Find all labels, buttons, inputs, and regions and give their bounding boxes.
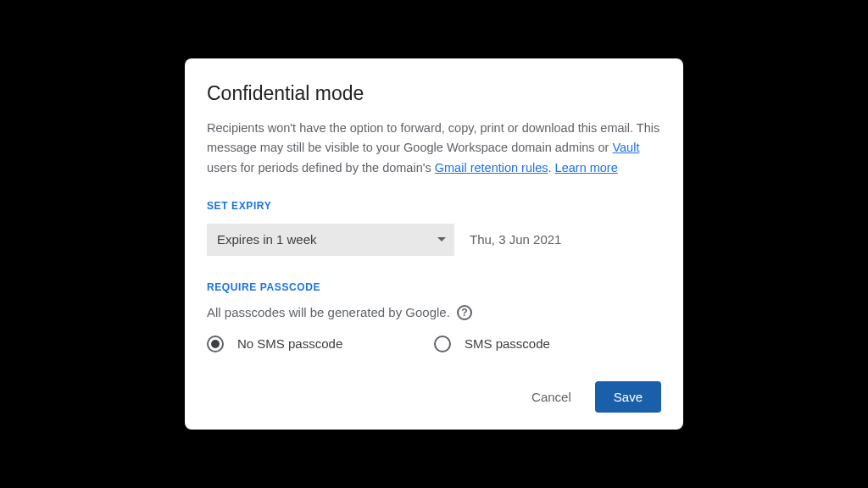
set-expiry-label: SET EXPIRY <box>207 200 661 212</box>
dialog-description: Recipients won't have the option to forw… <box>207 119 661 178</box>
radio-no-sms-passcode[interactable]: No SMS passcode <box>207 336 434 352</box>
expiry-row: Expires in 1 week Thu, 3 Jun 2021 <box>207 224 661 256</box>
vault-link[interactable]: Vault <box>612 141 639 154</box>
require-passcode-label: REQUIRE PASSCODE <box>207 281 661 293</box>
learn-more-link[interactable]: Learn more <box>555 161 618 175</box>
dialog-footer: Cancel Save <box>207 381 661 413</box>
confidential-mode-dialog: Confidential mode Recipients won't have … <box>185 58 683 430</box>
expiry-date-text: Thu, 3 Jun 2021 <box>470 232 561 247</box>
passcode-radio-group: No SMS passcode SMS passcode <box>207 336 661 352</box>
expiry-select-value: Expires in 1 week <box>217 232 317 247</box>
radio-sms-passcode[interactable]: SMS passcode <box>434 336 661 352</box>
description-text: Recipients won't have the option to forw… <box>207 121 659 154</box>
radio-unselected-icon <box>434 336 451 352</box>
radio-selected-icon <box>207 336 224 352</box>
passcode-note-row: All passcodes will be generated by Googl… <box>207 305 661 320</box>
expiry-select[interactable]: Expires in 1 week <box>207 224 454 256</box>
cancel-button[interactable]: Cancel <box>526 383 576 411</box>
dialog-title: Confidential mode <box>207 82 661 105</box>
description-text: users for periods defined by the domain'… <box>207 161 435 175</box>
retention-rules-link[interactable]: Gmail retention rules <box>435 161 548 175</box>
radio-label: SMS passcode <box>465 336 550 351</box>
description-text: . <box>548 161 555 175</box>
passcode-note-text: All passcodes will be generated by Googl… <box>207 305 450 319</box>
save-button[interactable]: Save <box>595 381 661 413</box>
radio-label: No SMS passcode <box>237 336 342 351</box>
caret-down-icon <box>437 237 446 241</box>
help-icon[interactable]: ? <box>457 305 472 320</box>
